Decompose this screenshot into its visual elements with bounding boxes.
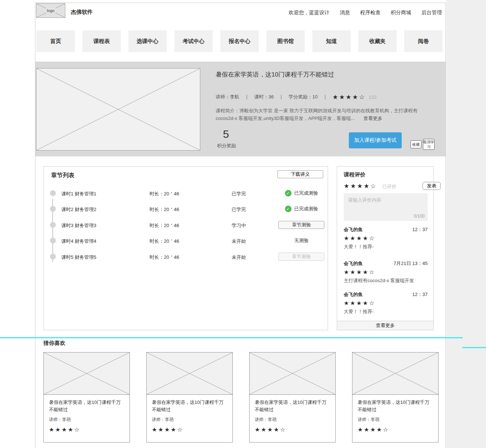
- view-more-link[interactable]: 查看更多: [363, 116, 382, 121]
- card-teacher: 讲师：李萌: [152, 417, 227, 423]
- card-stars-icon: ★★★★☆: [358, 427, 433, 433]
- nav-grading[interactable]: 阅卷: [404, 30, 443, 52]
- chapter-name: 课时4 财务管理4: [61, 238, 96, 245]
- nav-know[interactable]: 知道: [312, 30, 351, 52]
- placeholder-x-icon: [250, 352, 335, 394]
- chapter-name: 课时1 财务管理1: [61, 191, 96, 197]
- main-nav: 首页 课程表 选课中心 考试中心 报名中心 图书馆 知道 收藏夹 阅卷: [36, 30, 443, 52]
- chapter-list-panel: 章节列表 下载讲义 课时1 财务管理1 时长：20＇46 已学完 ✓ 已完成测验…: [43, 166, 328, 330]
- chapter-row[interactable]: 课时4 财务管理4 时长：20＇46 未开始 无测验: [44, 235, 328, 246]
- nav-exam-center[interactable]: 考试中心: [174, 30, 213, 52]
- recommend-card[interactable]: 暑假在家学英语，这10门课程千万不能错过 讲师：李萌 ★★★★☆: [352, 352, 439, 443]
- menu-points-mall[interactable]: 积分商城: [391, 9, 411, 16]
- quiz-done-label: 已完成测验: [294, 206, 318, 212]
- card-body: 暑假在家学英语，这10门课程千万不能错过 讲师：李萌 ★★★★☆: [44, 395, 130, 437]
- chapter-list-title: 章节列表: [51, 172, 74, 179]
- review-time: 12：37: [412, 291, 428, 298]
- page: logo 杰佛软件 欢迎您，蓝蓝设计 消息 程序检查 积分商城 后台管理 首页 …: [35, 3, 446, 448]
- header: logo 杰佛软件 欢迎您，蓝蓝设计 消息 程序检查 积分商城 后台管理: [35, 3, 446, 24]
- recommend-card[interactable]: 暑假在家学英语，这10门课程千万不能错过 讲师：李萌 ★★★★☆: [43, 352, 130, 443]
- meta-credits: 学分奖励：10: [289, 94, 317, 100]
- chapter-status: 未开始: [232, 254, 246, 261]
- chapter-status: 未开始: [232, 238, 246, 245]
- course-reviews-panel: 课程评价 ★★★★☆ 已评价 发表 0/100 会飞的鱼 12：37 ★★★★☆…: [337, 166, 434, 330]
- chapter-status: 学习中: [232, 222, 246, 229]
- cancel-learning-button[interactable]: 取消学习: [423, 139, 435, 150]
- chapter-row[interactable]: 课时1 财务管理1 时长：20＇46 已学完 ✓ 已完成测验: [44, 188, 328, 199]
- review-text: 大爱！！推荐-: [344, 308, 428, 315]
- download-handout-button[interactable]: 下载讲义: [277, 170, 323, 178]
- nav-course-schedule[interactable]: 课程表: [82, 30, 121, 52]
- chapter-duration: 时长：20＇46: [150, 191, 179, 197]
- card-stars-icon: ★★★★☆: [152, 427, 227, 433]
- chapter-row[interactable]: 课时5 财务管理5 时长：20＇46 未开始 章节测验: [44, 251, 328, 262]
- card-image-placeholder: [352, 352, 438, 395]
- menu-welcome-user[interactable]: 欢迎您，蓝蓝设计: [289, 9, 329, 16]
- review-input-wrap: 0/100: [344, 193, 428, 221]
- join-course-button[interactable]: 加入课程/参加考试: [349, 132, 402, 148]
- nav-home[interactable]: 首页: [36, 30, 75, 52]
- nav-favorites[interactable]: 收藏夹: [358, 30, 397, 52]
- no-quiz-label: 无测验: [294, 237, 309, 244]
- nav-course-selection[interactable]: 选课中心: [128, 30, 167, 52]
- meta-teacher: 讲师：李航: [216, 94, 239, 100]
- my-rating-stars[interactable]: ★★★★☆: [344, 183, 377, 190]
- card-stars-icon: ★★★★☆: [255, 427, 330, 433]
- chapter-quiz-cell: 无测验: [277, 235, 325, 246]
- review-stars-icon: ★★★★☆: [344, 235, 428, 241]
- review-item: 会飞的鱼 12：37 ★★★★☆ 大爱！！推荐-: [344, 291, 428, 315]
- recommend-card[interactable]: 暑假在家学英语，这10门课程千万不能错过 讲师：李萌 ★★★★☆: [146, 352, 233, 443]
- card-body: 暑假在家学英语，这10门课程千万不能错过 讲师：李萌 ★★★★☆: [352, 395, 438, 437]
- meta-hours: 课时：36: [254, 94, 274, 100]
- review-item: 会飞的鱼 7月21日 13：45 ★★★★☆ 主打课程有cocos2d-x 客服…: [344, 260, 428, 284]
- reviews-title: 课程评价: [344, 171, 366, 178]
- card-title: 暑假在家学英语，这10门课程千万不能错过: [49, 399, 124, 413]
- review-item: 会飞的鱼 12：37 ★★★★☆ 大爱！！推荐-: [344, 226, 428, 250]
- rating-count: 132: [369, 94, 377, 100]
- view-more-reviews-button[interactable]: 查看更多: [337, 321, 433, 330]
- chapter-row[interactable]: 课时2 财务管理2 时长：20＇46 已学完 ✓ 已完成测验: [44, 203, 328, 214]
- meta-divider: ｜: [244, 94, 249, 100]
- menu-messages[interactable]: 消息: [340, 9, 350, 16]
- chapter-quiz-cell: 章节测验: [277, 219, 325, 230]
- timeline-dot-icon: [50, 238, 56, 244]
- course-hero: 暑假在家学英语，这10门课程千万不能错过 讲师：李航 ｜ 课时：36 ｜ 学分奖…: [35, 62, 446, 156]
- chapter-duration: 时长：20＇46: [150, 206, 179, 213]
- chapter-duration: 时长：20＇46: [150, 254, 179, 261]
- menu-program-check[interactable]: 程序检查: [360, 9, 381, 16]
- chapter-quiz-cell: ✓ 已完成测验: [277, 188, 325, 199]
- rating-stars-icon: ★★★★☆: [332, 94, 366, 100]
- recommend-card[interactable]: 暑假在家学英语，这10门课程千万不能错过 讲师：李萌 ★★★★☆: [249, 352, 336, 443]
- logo-placeholder: logo: [36, 3, 65, 18]
- chapter-quiz-button[interactable]: 章节测验: [278, 221, 324, 229]
- rated-label: 已评价: [382, 184, 397, 189]
- course-intro: 课程简介：博毅创为大学堂 是一家 致力于互联网的游戏开发与培训的在线教育机构，主…: [216, 107, 432, 122]
- chapter-row[interactable]: 课时3 财务管理3 时长：20＇46 学习中 章节测验: [44, 219, 328, 230]
- placeholder-x-icon: [147, 352, 232, 394]
- course-image-placeholder: [36, 68, 200, 151]
- chapter-duration: 时长：20＇46: [150, 222, 179, 229]
- menu-admin[interactable]: 后台管理: [421, 9, 442, 16]
- card-teacher: 讲师：李萌: [49, 417, 124, 423]
- timeline-dot-icon: [50, 254, 56, 260]
- check-icon: ✓: [285, 190, 292, 196]
- recommend-title: 猜你喜欢: [43, 340, 65, 347]
- collect-button[interactable]: 收藏: [410, 140, 421, 148]
- meta-divider: ｜: [279, 94, 284, 100]
- char-counter: 0/100: [414, 214, 425, 219]
- card-title: 暑假在家学英语，这10门课程千万不能错过: [152, 399, 227, 413]
- nav-library[interactable]: 图书馆: [266, 30, 305, 52]
- card-image-placeholder: [250, 352, 335, 395]
- card-title: 暑假在家学英语，这10门课程千万不能错过: [255, 399, 330, 413]
- publish-review-button[interactable]: 发表: [423, 182, 441, 190]
- nav-registration[interactable]: 报名中心: [220, 30, 259, 52]
- chapter-duration: 时长：20＇46: [150, 238, 179, 245]
- points-reward: 5 积分奖励: [217, 128, 236, 149]
- chapter-status: 已学完: [232, 191, 246, 197]
- placeholder-x-icon: [352, 352, 438, 394]
- review-text: 大爱！！推荐-: [344, 244, 428, 250]
- guide-line: [462, 347, 486, 348]
- timeline-dot-icon: [50, 206, 56, 212]
- review-time: 12：37: [412, 226, 428, 233]
- check-icon: ✓: [285, 206, 292, 212]
